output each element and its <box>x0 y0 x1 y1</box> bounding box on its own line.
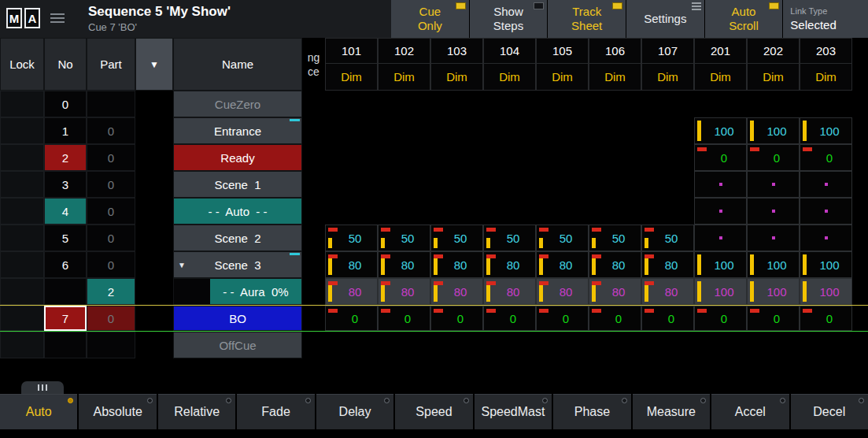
cue-number-cell[interactable] <box>44 332 87 358</box>
value-cell-202[interactable] <box>747 171 800 198</box>
value-cell-103[interactable]: 50 <box>430 225 483 251</box>
fixture-column-header-107[interactable]: 107Dim <box>641 38 694 91</box>
value-cell-203[interactable] <box>800 332 852 358</box>
value-cell-203[interactable] <box>800 171 852 198</box>
value-cell-106[interactable] <box>589 198 641 225</box>
topbar-button-show[interactable]: ShowSteps <box>470 0 548 38</box>
lock-cell[interactable] <box>0 225 44 251</box>
fixture-column-header-106[interactable]: 106Dim <box>589 38 641 91</box>
value-cell-103[interactable]: 80 <box>430 251 483 278</box>
value-cell-107[interactable]: 0 <box>641 306 694 331</box>
tab-delay[interactable]: Delay <box>316 394 393 429</box>
cue-part-cell[interactable]: 0 <box>87 171 135 198</box>
value-cell-105[interactable]: 0 <box>536 306 589 331</box>
value-cell-103[interactable] <box>430 144 483 171</box>
cue-row-scene-2[interactable]: 50Scene 250505050505050 <box>0 225 868 251</box>
cue-part-cell[interactable]: 0 <box>87 251 135 278</box>
value-cell-202[interactable]: 100 <box>747 251 800 278</box>
value-cell-201[interactable] <box>694 332 747 358</box>
value-cell-102[interactable]: 80 <box>378 278 430 305</box>
value-cell-202[interactable]: 0 <box>747 144 800 171</box>
lock-cell[interactable] <box>0 278 44 305</box>
lock-cell[interactable] <box>0 198 44 225</box>
fixture-column-header-201[interactable]: 201Dim <box>694 38 747 91</box>
value-cell-105[interactable] <box>536 198 589 225</box>
cue-name-cell[interactable]: - - Auto - - <box>173 198 302 225</box>
value-cell-101[interactable] <box>325 91 378 117</box>
cue-part-cell[interactable] <box>87 332 135 358</box>
lock-cell[interactable] <box>0 91 44 117</box>
value-cell-104[interactable] <box>483 171 536 198</box>
cue-number-cell[interactable]: 7 <box>44 306 87 331</box>
value-cell-103[interactable] <box>430 171 483 198</box>
value-cell-103[interactable] <box>430 117 483 144</box>
value-cell-107[interactable] <box>641 332 694 358</box>
cue-number-cell[interactable]: 1 <box>44 117 87 144</box>
tab-relative[interactable]: Relative <box>158 394 235 429</box>
cue-part-cell[interactable] <box>87 91 135 117</box>
value-cell-103[interactable] <box>430 332 483 358</box>
value-cell-201[interactable] <box>694 91 747 117</box>
value-cell-106[interactable]: 80 <box>589 278 641 305</box>
panel-resize-handle[interactable] <box>21 381 64 394</box>
value-cell-201[interactable]: 100 <box>694 117 747 144</box>
value-cell-105[interactable]: 80 <box>536 251 589 278</box>
tab-auto[interactable]: Auto <box>0 394 77 429</box>
cue-name-cell[interactable]: OffCue <box>173 332 302 358</box>
value-cell-201[interactable]: 0 <box>694 144 747 171</box>
value-cell-101[interactable] <box>325 171 378 198</box>
value-cell-105[interactable] <box>536 171 589 198</box>
cue-number-cell[interactable]: 2 <box>44 144 87 171</box>
value-cell-203[interactable] <box>800 198 852 225</box>
value-cell-104[interactable]: 50 <box>483 225 536 251</box>
value-cell-201[interactable] <box>694 171 747 198</box>
tab-phase[interactable]: Phase <box>553 394 630 429</box>
value-cell-107[interactable] <box>641 171 694 198</box>
tab-absolute[interactable]: Absolute <box>79 394 156 429</box>
value-cell-101[interactable] <box>325 117 378 144</box>
value-cell-106[interactable] <box>589 91 641 117</box>
tab-fade[interactable]: Fade <box>237 394 314 429</box>
cue-row-scene-1[interactable]: 30Scene 1 <box>0 171 868 198</box>
part-column-header[interactable]: Part <box>87 38 135 91</box>
value-cell-103[interactable] <box>430 198 483 225</box>
value-cell-105[interactable] <box>536 91 589 117</box>
lock-cell[interactable] <box>0 332 44 358</box>
cue-row-auto[interactable]: 40- - Auto - - <box>0 198 868 225</box>
clipped-column-header[interactable]: ng ce <box>302 38 325 91</box>
cue-row-offcue[interactable]: OffCue <box>0 332 868 358</box>
cue-name-cell[interactable]: Scene 1 <box>173 171 302 198</box>
value-cell-202[interactable] <box>747 225 800 251</box>
cue-part-cell[interactable]: 0 <box>87 198 135 225</box>
fixture-column-header-103[interactable]: 103Dim <box>430 38 483 91</box>
value-cell-105[interactable] <box>536 144 589 171</box>
fixture-column-header-102[interactable]: 102Dim <box>378 38 430 91</box>
name-column-header[interactable]: Name <box>173 38 302 91</box>
value-cell-104[interactable] <box>483 332 536 358</box>
value-cell-107[interactable]: 50 <box>641 225 694 251</box>
cue-name-cell[interactable]: Scene 3▼ <box>173 251 302 278</box>
value-cell-203[interactable]: 0 <box>800 306 852 331</box>
value-cell-104[interactable] <box>483 91 536 117</box>
cue-part-cell[interactable]: 0 <box>87 225 135 251</box>
value-cell-202[interactable]: 100 <box>747 278 800 305</box>
value-cell-107[interactable] <box>641 198 694 225</box>
lock-column-header[interactable]: Lock <box>0 38 44 91</box>
tab-decel[interactable]: Decel <box>791 394 868 429</box>
value-cell-202[interactable] <box>747 91 800 117</box>
value-cell-105[interactable] <box>536 332 589 358</box>
value-cell-102[interactable] <box>378 91 430 117</box>
cue-row-aura-0[interactable]: 2- - Aura 0%80808080808080100100100 <box>0 278 868 305</box>
topbar-button-auto[interactable]: AutoScroll <box>705 0 783 38</box>
fixture-column-header-104[interactable]: 104Dim <box>483 38 536 91</box>
value-cell-202[interactable] <box>747 332 800 358</box>
value-cell-105[interactable]: 80 <box>536 278 589 305</box>
cue-number-cell[interactable]: 6 <box>44 251 87 278</box>
value-cell-201[interactable]: 0 <box>694 306 747 331</box>
fixture-column-header-105[interactable]: 105Dim <box>536 38 589 91</box>
value-cell-203[interactable]: 100 <box>800 278 852 305</box>
value-cell-104[interactable]: 80 <box>483 251 536 278</box>
value-cell-107[interactable] <box>641 91 694 117</box>
value-cell-102[interactable]: 50 <box>378 225 430 251</box>
value-cell-102[interactable] <box>378 117 430 144</box>
